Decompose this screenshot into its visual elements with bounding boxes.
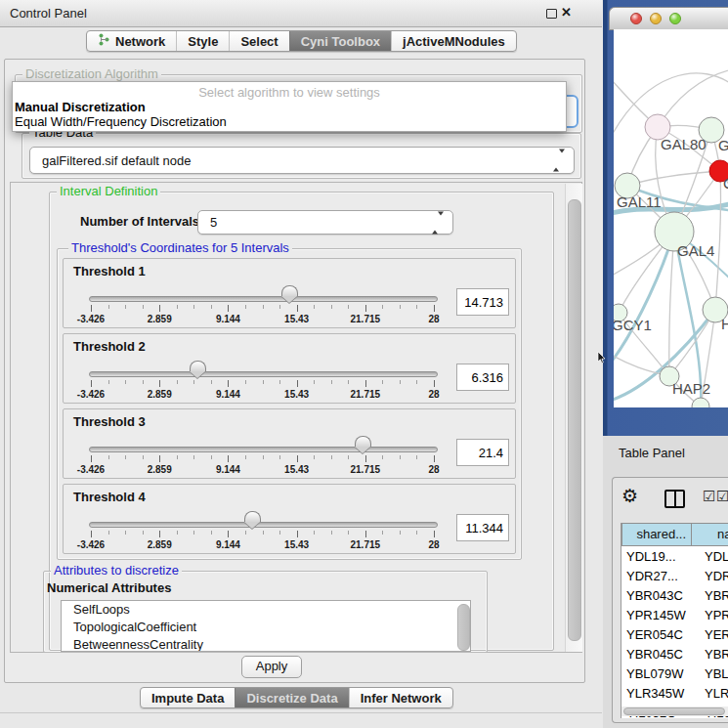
network-icon (98, 33, 115, 49)
table-row-cell[interactable]: YBR0 (705, 645, 728, 664)
tick-minor (177, 380, 178, 384)
tab-label: Select (240, 34, 278, 49)
tab-discretize-data[interactable]: Discretize Data (235, 688, 348, 707)
table-row-cell[interactable]: YER054C (626, 625, 691, 645)
close-light[interactable] (630, 13, 642, 24)
popup-hint: Select algorithm to view settings (13, 85, 566, 100)
table-row-cell[interactable]: YPR145W (626, 606, 691, 625)
node-label: H (721, 316, 728, 332)
table-row-cell[interactable]: YPR1 (705, 606, 728, 625)
slider-thumb[interactable] (190, 361, 206, 371)
tick-major (297, 455, 298, 462)
popup-item-1[interactable]: Equal Width/Frequency Discretization (15, 114, 227, 129)
tick-minor (193, 380, 194, 384)
tab-cyni-toolbox[interactable]: Cyni Toolbox (289, 31, 391, 51)
panel-scrollbar-track[interactable] (565, 184, 582, 652)
tick-minor (279, 380, 280, 384)
network-canvas[interactable]: GAL80GACGAL11GAL4GCY1HHAP2 (614, 29, 728, 407)
threshold-label: Threshold 3 (73, 414, 146, 429)
table-hscrollbar-thumb[interactable] (623, 707, 725, 715)
tab-label: Network (115, 34, 165, 49)
checkbox-icon[interactable]: ☑ (703, 488, 715, 505)
tab-impute-data[interactable]: Impute Data (141, 688, 235, 707)
gear-icon[interactable]: ⚙ (621, 485, 638, 507)
close-icon[interactable]: ✕ (561, 5, 572, 20)
slider-track[interactable] (89, 371, 438, 377)
apply-button[interactable]: Apply (241, 656, 302, 678)
table-row-cell[interactable]: YBL079W (626, 664, 691, 684)
popup-item-0[interactable]: Manual Discretization (15, 100, 146, 114)
threshold-value-input[interactable] (456, 288, 509, 316)
tick-major (159, 380, 160, 387)
split-columns-icon[interactable] (664, 490, 685, 508)
table-hscrollbar[interactable] (621, 707, 728, 716)
tick-major (91, 380, 92, 387)
table-row-cell[interactable]: YDR27... (626, 567, 691, 586)
slider-thumb[interactable] (281, 285, 298, 296)
zoom-light[interactable] (669, 13, 681, 24)
tick-minor (331, 380, 332, 384)
tab-label: Cyni Toolbox (301, 34, 380, 49)
column-header-shared[interactable]: shared... (621, 523, 692, 546)
tab-style[interactable]: Style (176, 31, 229, 51)
table-row-cell[interactable]: YDL19... (626, 547, 691, 567)
table-data-combo[interactable]: galFiltered.sif default node (29, 147, 575, 174)
table-row-cell[interactable]: YBR045C (626, 645, 691, 664)
tab-jactivemnodules[interactable]: jActiveMNodules (391, 31, 516, 51)
tick-minor (331, 455, 332, 459)
table-row-cell[interactable]: YBL0 (705, 664, 728, 684)
tick-minor (279, 305, 280, 309)
tab-select[interactable]: Select (229, 31, 288, 51)
slider-track[interactable] (89, 447, 438, 452)
tick-major (297, 380, 298, 387)
list-item[interactable]: SelfLoops (62, 601, 470, 619)
tab-network[interactable]: Network (87, 31, 176, 51)
list-item[interactable]: TopologicalCoefficient (62, 619, 470, 636)
num-intervals-combo[interactable]: 5 (197, 210, 453, 235)
threshold-value-input[interactable] (456, 514, 509, 541)
network-edge[interactable] (715, 171, 721, 310)
slider-track[interactable] (89, 522, 438, 528)
tab-infer-network[interactable]: Infer Network (349, 688, 452, 707)
table-panel-title: Table Panel (619, 446, 685, 460)
tick-minor (125, 305, 126, 309)
panel-scrollbar-thumb[interactable] (568, 199, 581, 641)
list-item[interactable]: BetweennessCentrality (62, 636, 470, 652)
tick-minor (125, 380, 126, 384)
column-header-name[interactable]: na (692, 523, 728, 546)
tick-minor (211, 455, 212, 459)
network-window-titlebar[interactable] (609, 7, 728, 30)
network-edge[interactable] (627, 171, 720, 186)
slider-thumb[interactable] (244, 511, 261, 522)
minimize-light[interactable] (650, 13, 662, 24)
tick-label: 9.144 (206, 464, 249, 475)
table-row-cell[interactable]: YLR345W (626, 684, 691, 704)
tick-minor (331, 305, 332, 309)
top-tab-bar: NetworkStyleSelectCyni ToolboxjActiveMNo… (86, 30, 517, 52)
network-node[interactable] (692, 398, 709, 407)
algorithm-group-title: Discretization Algorithm (22, 67, 161, 81)
table-row-cell[interactable]: YDL1 (705, 547, 728, 567)
slider-track[interactable] (89, 296, 438, 302)
table-row-cell[interactable]: YBR0 (705, 586, 728, 606)
checkbox-icon[interactable]: ☑ (716, 488, 728, 505)
tick-minor (279, 455, 280, 459)
stepper-arrows-icon (553, 153, 565, 168)
tick-minor (348, 455, 349, 459)
threshold-value-input[interactable] (456, 439, 509, 466)
tick-label: 2.859 (138, 389, 181, 400)
float-window-icon[interactable] (546, 9, 557, 19)
table-row-cell[interactable]: YER0 (705, 625, 728, 645)
slider-thumb[interactable] (355, 436, 371, 447)
network-edge[interactable] (614, 232, 674, 368)
table-row-cell[interactable]: YDR2 (705, 567, 728, 586)
threshold-value-input[interactable] (456, 364, 509, 391)
tick-label: 2.859 (138, 539, 181, 550)
table-row-cell[interactable]: YBR043C (626, 586, 691, 606)
attributes-list-scrollbar[interactable] (457, 604, 470, 651)
node-label: HAP2 (672, 380, 710, 397)
tick-minor (108, 305, 109, 309)
tick-minor (125, 531, 126, 535)
network-edge[interactable] (669, 232, 674, 376)
table-row-cell[interactable]: YLR3 (705, 684, 728, 704)
